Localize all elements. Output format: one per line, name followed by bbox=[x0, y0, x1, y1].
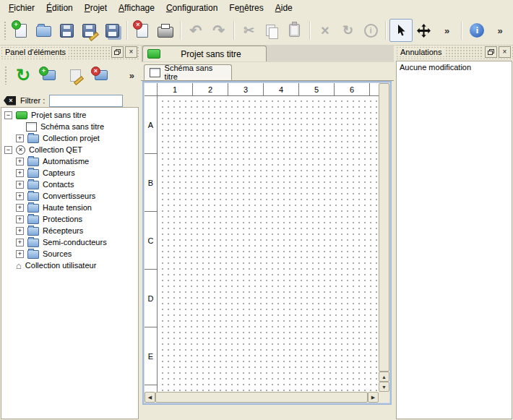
tree-item-semi-conducteurs[interactable]: + Semi-conducteurs bbox=[1, 236, 138, 248]
pointer-icon bbox=[396, 25, 406, 37]
tree-item-convertisseurs[interactable]: + Convertisseurs bbox=[1, 190, 138, 202]
copy-button[interactable] bbox=[260, 19, 283, 42]
tree-item-projet-sans-titre[interactable]: − Projet sans titre bbox=[1, 109, 138, 121]
float-icon bbox=[488, 49, 494, 55]
column-header: 6 bbox=[335, 83, 370, 96]
save-as-button[interactable] bbox=[78, 19, 101, 42]
menu-edition[interactable]: Édition bbox=[40, 1, 79, 15]
menu-projet[interactable]: Projet bbox=[79, 1, 113, 15]
folder-icon bbox=[27, 250, 39, 259]
save-all-button[interactable] bbox=[101, 19, 124, 42]
menu-configuration[interactable]: Configuration bbox=[160, 1, 223, 15]
menu-aide[interactable]: Aide bbox=[270, 1, 298, 15]
menu-fenetres[interactable]: Fenêtres bbox=[223, 1, 269, 15]
tree-item-schema-sans-titre[interactable]: Schéma sans titre bbox=[1, 121, 138, 132]
row-header: E bbox=[145, 327, 158, 385]
panel-close-button[interactable]: × bbox=[125, 46, 137, 58]
panel-float-button[interactable] bbox=[485, 46, 497, 58]
tree-item-automatisme[interactable]: + Automatisme bbox=[1, 155, 138, 167]
expand-icon[interactable]: + bbox=[16, 192, 24, 200]
tree-item-collection-qet[interactable]: − Collection QET bbox=[1, 144, 138, 155]
new-document-button[interactable]: + bbox=[9, 19, 33, 42]
toolbar-overflow-button-2[interactable]: » bbox=[488, 19, 512, 42]
toolbar-separator bbox=[126, 21, 128, 40]
filter-input[interactable] bbox=[49, 95, 123, 107]
undo-button[interactable]: ↶ bbox=[184, 19, 207, 42]
scroll-right-button[interactable]: ▶ bbox=[368, 392, 379, 403]
elements-panel-titlebar[interactable]: Panel d'éléments × bbox=[0, 45, 139, 59]
expand-icon[interactable]: + bbox=[16, 158, 24, 166]
close-project-button[interactable]: × bbox=[131, 19, 154, 42]
move-mode-button[interactable] bbox=[413, 19, 436, 42]
expand-icon[interactable]: + bbox=[16, 215, 24, 223]
delete-element-button[interactable]: × bbox=[88, 63, 114, 87]
toolbar-overflow-button[interactable]: » bbox=[436, 19, 459, 42]
expand-icon[interactable]: + bbox=[16, 250, 24, 258]
rotate-button[interactable]: ↻ bbox=[337, 19, 360, 42]
toolbar-grip[interactable] bbox=[4, 21, 7, 40]
project-tab-label: Projet sans titre bbox=[160, 49, 262, 59]
panel-toolbar-overflow-button[interactable]: » bbox=[129, 70, 134, 81]
expand-icon[interactable]: + bbox=[16, 239, 24, 247]
undo-history-list[interactable]: Aucune modification bbox=[396, 61, 512, 419]
tree-item-collection-utilisateur[interactable]: ⌂ Collection utilisateur bbox=[1, 260, 138, 271]
element-info-button[interactable]: i bbox=[359, 19, 382, 42]
toolbar-grip[interactable] bbox=[4, 66, 8, 85]
tree-item-label: Schéma sans titre bbox=[40, 122, 104, 131]
undo-panel: Annulations × Aucune modification bbox=[395, 45, 513, 420]
tree-item-haute-tension[interactable]: + Haute tension bbox=[1, 202, 138, 213]
open-folder-icon bbox=[36, 26, 51, 37]
scroll-down-button[interactable]: ▼ bbox=[379, 382, 389, 392]
save-button[interactable] bbox=[55, 19, 78, 42]
panel-close-button[interactable]: × bbox=[499, 46, 511, 58]
menu-bar: Fichier Édition Projet Affichage Configu… bbox=[0, 0, 513, 16]
menu-affichage[interactable]: Affichage bbox=[113, 1, 160, 15]
select-mode-button[interactable] bbox=[389, 19, 413, 42]
scrollbar-corner bbox=[379, 392, 389, 403]
elements-panel-title: Panel d'éléments bbox=[2, 48, 69, 56]
row-header: B bbox=[145, 154, 158, 212]
tree-item-collection-projet[interactable]: + Collection projet bbox=[1, 132, 138, 144]
print-button[interactable] bbox=[154, 19, 177, 42]
new-document-icon: + bbox=[15, 24, 27, 38]
menu-fichier[interactable]: Fichier bbox=[3, 1, 40, 15]
expand-icon[interactable]: + bbox=[16, 181, 24, 189]
expand-icon[interactable]: + bbox=[16, 204, 24, 212]
collapse-icon[interactable]: − bbox=[4, 146, 12, 154]
scroll-left-button[interactable]: ◀ bbox=[145, 392, 155, 403]
panel-float-button[interactable] bbox=[111, 46, 124, 58]
undo-panel-titlebar[interactable]: Annulations × bbox=[395, 45, 513, 59]
new-element-button[interactable]: + bbox=[36, 63, 62, 87]
delete-button[interactable]: × bbox=[314, 19, 337, 42]
expand-icon[interactable]: + bbox=[16, 169, 24, 177]
cut-button[interactable]: ✂ bbox=[238, 19, 261, 42]
edit-element-button[interactable] bbox=[62, 63, 88, 87]
schema-canvas[interactable] bbox=[158, 96, 379, 392]
vertical-scrollbar-thumb[interactable] bbox=[379, 83, 389, 372]
expand-icon[interactable]: + bbox=[16, 134, 24, 142]
tree-item-contacts[interactable]: + Contacts bbox=[1, 179, 138, 190]
scroll-up-button[interactable]: ▲ bbox=[379, 372, 389, 382]
about-info-button[interactable]: i bbox=[465, 19, 488, 42]
horizontal-scrollbar[interactable]: ◀ ▶ bbox=[145, 392, 379, 403]
vertical-scrollbar[interactable]: ▲ ▼ bbox=[379, 83, 389, 392]
undo-panel-title: Annulations bbox=[397, 48, 445, 56]
collapse-icon[interactable]: − bbox=[4, 111, 12, 119]
column-header-row: 1 2 3 4 5 6 bbox=[145, 83, 379, 96]
tree-item-label: Haute tension bbox=[43, 203, 92, 212]
tree-item-protections[interactable]: + Protections bbox=[1, 213, 138, 225]
paste-button[interactable] bbox=[283, 19, 306, 42]
reload-collections-button[interactable]: ↻ bbox=[10, 63, 36, 87]
cut-icon: ✂ bbox=[243, 24, 254, 37]
clear-filter-icon[interactable]: × bbox=[4, 96, 16, 106]
tree-item-sources[interactable]: + Sources bbox=[1, 248, 138, 260]
tab-projet-sans-titre[interactable]: Projet sans titre bbox=[142, 46, 267, 61]
horizontal-scrollbar-thumb[interactable] bbox=[155, 392, 368, 403]
tree-item-label: Récepteurs bbox=[43, 226, 83, 235]
tree-item-recepteurs[interactable]: + Récepteurs bbox=[1, 225, 138, 236]
open-project-button[interactable] bbox=[32, 19, 55, 42]
tree-item-capteurs[interactable]: + Capteurs bbox=[1, 167, 138, 179]
redo-button[interactable]: ↷ bbox=[207, 19, 230, 42]
expand-icon[interactable]: + bbox=[16, 227, 24, 235]
tab-schema-sans-titre[interactable]: Schéma sans titre bbox=[144, 64, 232, 80]
